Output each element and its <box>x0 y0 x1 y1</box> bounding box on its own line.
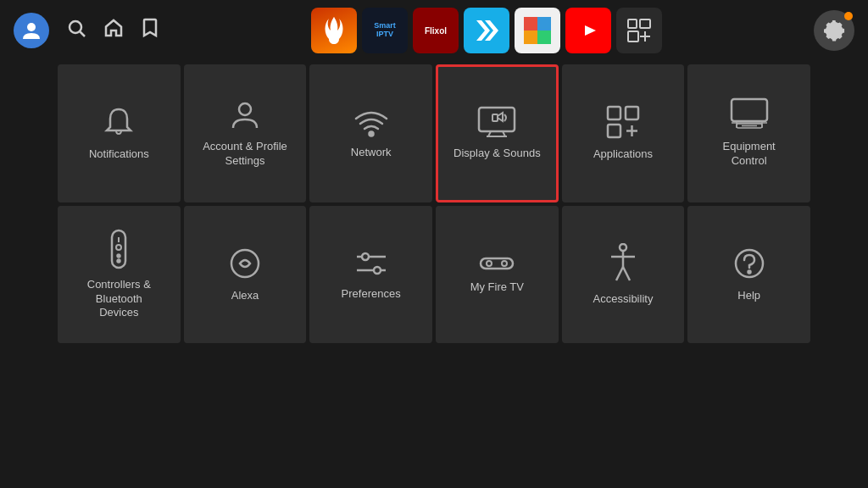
svg-rect-43 <box>481 258 513 269</box>
cell-preferences[interactable]: Preferences <box>309 206 432 344</box>
network-label: Network <box>344 146 398 160</box>
svg-rect-23 <box>626 107 638 119</box>
svg-rect-10 <box>628 19 637 28</box>
svg-rect-5 <box>524 17 537 30</box>
cell-applications[interactable]: Applications <box>562 64 685 202</box>
svg-point-15 <box>239 103 251 115</box>
svg-rect-27 <box>732 99 767 121</box>
fire-remote-icon <box>479 255 515 272</box>
svg-point-38 <box>231 250 259 277</box>
preferences-label: Preferences <box>335 287 408 302</box>
cell-help[interactable]: Help <box>687 206 810 344</box>
search-icon[interactable] <box>66 18 86 43</box>
display-sounds-label: Display & Sounds <box>447 147 548 161</box>
svg-point-35 <box>116 245 121 250</box>
app-grid[interactable] <box>616 8 662 53</box>
svg-rect-6 <box>537 17 551 30</box>
svg-point-1 <box>70 21 81 33</box>
top-bar: SmartIPTV Flixol <box>0 0 868 61</box>
app-youtube[interactable] <box>565 8 611 53</box>
cell-my-fire-tv[interactable]: My Fire TV <box>436 206 559 344</box>
cell-display-sounds[interactable]: Display & Sounds <box>436 64 559 202</box>
alexa-label: Alexa <box>225 289 266 303</box>
app-smart-iptv[interactable]: SmartIPTV <box>362 8 408 53</box>
svg-point-40 <box>362 253 369 260</box>
svg-rect-8 <box>537 30 551 44</box>
cell-account-profile[interactable]: Account & ProfileSettings <box>184 64 307 202</box>
controllers-bluetooth-label: Controllers & BluetoothDevices <box>58 278 181 321</box>
bookmark-icon[interactable] <box>141 18 159 43</box>
svg-rect-12 <box>628 31 638 42</box>
app-shortcuts: SmartIPTV Flixol <box>166 8 807 53</box>
my-fire-tv-label: My Fire TV <box>464 280 531 295</box>
svg-point-52 <box>748 270 750 273</box>
question-icon <box>732 247 766 280</box>
tv-icon <box>730 97 769 131</box>
svg-rect-22 <box>608 107 620 119</box>
cell-accessibility[interactable]: Accessibility <box>562 206 685 344</box>
svg-line-50 <box>623 267 630 280</box>
cell-alexa[interactable]: Alexa <box>184 206 307 344</box>
wifi-icon <box>353 107 390 137</box>
svg-line-2 <box>81 32 86 37</box>
settings-grid: Notifications Account & ProfileSettings … <box>0 61 868 488</box>
svg-rect-11 <box>640 19 650 28</box>
display-icon <box>477 106 516 138</box>
svg-point-0 <box>27 23 36 31</box>
person-icon <box>228 97 262 131</box>
svg-point-46 <box>620 244 626 251</box>
apps-grid-icon <box>606 105 640 139</box>
remote-icon <box>106 229 131 269</box>
notifications-label: Notifications <box>82 147 156 162</box>
bell-icon <box>102 105 136 139</box>
svg-rect-24 <box>608 125 620 137</box>
accessibility-label: Accessibility <box>587 292 660 307</box>
settings-button[interactable] <box>814 10 854 51</box>
svg-point-45 <box>502 261 507 266</box>
applications-label: Applications <box>587 147 659 162</box>
account-profile-label: Account & ProfileSettings <box>196 140 294 169</box>
svg-point-44 <box>487 261 492 266</box>
svg-rect-7 <box>524 30 537 44</box>
app-fire[interactable] <box>311 8 357 53</box>
app-kodi[interactable] <box>464 8 509 53</box>
svg-point-36 <box>118 254 120 257</box>
equipment-control-label: EquipmentControl <box>716 140 782 169</box>
help-label: Help <box>731 289 767 303</box>
svg-point-16 <box>369 131 373 136</box>
cell-equipment-control[interactable]: EquipmentControl <box>687 64 810 202</box>
app-flixol[interactable]: Flixol <box>413 8 459 53</box>
home-icon[interactable] <box>103 18 124 43</box>
sliders-icon <box>353 248 389 279</box>
accessibility-icon <box>606 243 640 284</box>
cell-controllers-bluetooth[interactable]: Controllers & BluetoothDevices <box>58 206 181 344</box>
cell-notifications[interactable]: Notifications <box>58 64 181 202</box>
app-palette[interactable] <box>515 8 560 53</box>
svg-line-49 <box>616 267 623 280</box>
avatar[interactable] <box>14 13 49 48</box>
alexa-icon <box>228 247 262 280</box>
svg-point-37 <box>118 259 120 262</box>
svg-point-42 <box>374 267 381 274</box>
svg-rect-21 <box>492 114 498 121</box>
cell-network[interactable]: Network <box>309 64 432 202</box>
